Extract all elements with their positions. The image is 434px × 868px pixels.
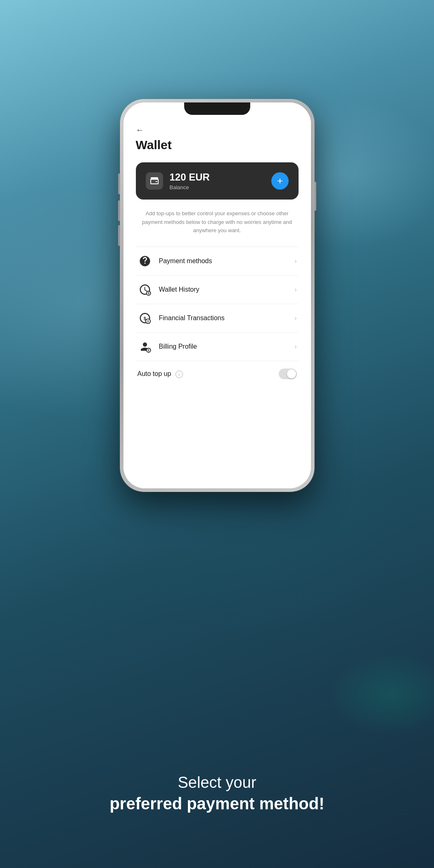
phone-notch bbox=[184, 102, 250, 115]
svg-point-0 bbox=[156, 181, 157, 182]
menu-list: Payment methods › $ bbox=[136, 247, 299, 361]
financial-transactions-label: Financial Transactions bbox=[159, 314, 288, 322]
auto-topup-row: Auto top up i bbox=[136, 361, 299, 383]
phone-outer-shell: ← Wallet 120 EUR bbox=[120, 99, 314, 492]
payment-methods-chevron: › bbox=[294, 257, 296, 265]
bottom-text-line1: Select your bbox=[33, 773, 401, 793]
phone-mockup: ← Wallet 120 EUR bbox=[120, 99, 314, 492]
plus-icon bbox=[276, 177, 284, 185]
screen-content: ← Wallet 120 EUR bbox=[123, 102, 311, 488]
menu-item-billing-profile[interactable]: $ Billing Profile › bbox=[136, 333, 299, 361]
balance-amount: 120 EUR bbox=[170, 171, 210, 183]
billing-profile-label: Billing Profile bbox=[159, 343, 288, 350]
wallet-history-label: Wallet History bbox=[159, 286, 288, 293]
billing-profile-icon: $ bbox=[138, 339, 152, 354]
svg-text:$: $ bbox=[147, 349, 149, 352]
wallet-icon-box bbox=[146, 172, 163, 190]
balance-info: 120 EUR Balance bbox=[170, 171, 210, 190]
balance-card: 120 EUR Balance bbox=[136, 162, 299, 200]
svg-text:$: $ bbox=[147, 320, 149, 323]
billing-profile-chevron: › bbox=[294, 343, 296, 350]
payment-methods-icon bbox=[138, 254, 152, 269]
wallet-icon bbox=[149, 176, 159, 186]
page-title: Wallet bbox=[136, 138, 299, 152]
bottom-text-block: Select your preferred payment method! bbox=[0, 773, 434, 814]
phone-inner-screen: ← Wallet 120 EUR bbox=[123, 102, 311, 488]
bottom-text-line2: preferred payment method! bbox=[33, 793, 401, 814]
menu-item-wallet-history[interactable]: $ Wallet History › bbox=[136, 276, 299, 304]
balance-label: Balance bbox=[170, 184, 210, 190]
financial-transactions-icon: $ $ bbox=[138, 311, 152, 326]
add-balance-button[interactable] bbox=[271, 172, 289, 190]
auto-topup-label: Auto top up i bbox=[138, 370, 279, 378]
menu-item-payment-methods[interactable]: Payment methods › bbox=[136, 247, 299, 276]
auto-topup-info-icon[interactable]: i bbox=[175, 371, 183, 378]
wallet-description: Add top-ups to better control your expen… bbox=[136, 209, 299, 235]
payment-methods-label: Payment methods bbox=[159, 257, 288, 265]
menu-item-financial-transactions[interactable]: $ $ Financial Transactions › bbox=[136, 304, 299, 333]
auto-topup-toggle[interactable] bbox=[279, 369, 297, 379]
auto-topup-text: Auto top up bbox=[138, 370, 171, 377]
financial-transactions-chevron: › bbox=[294, 314, 296, 322]
balance-left: 120 EUR Balance bbox=[146, 171, 210, 190]
back-button[interactable]: ← bbox=[136, 125, 299, 135]
wallet-history-chevron: › bbox=[294, 286, 296, 293]
wallet-history-icon: $ bbox=[138, 282, 152, 297]
